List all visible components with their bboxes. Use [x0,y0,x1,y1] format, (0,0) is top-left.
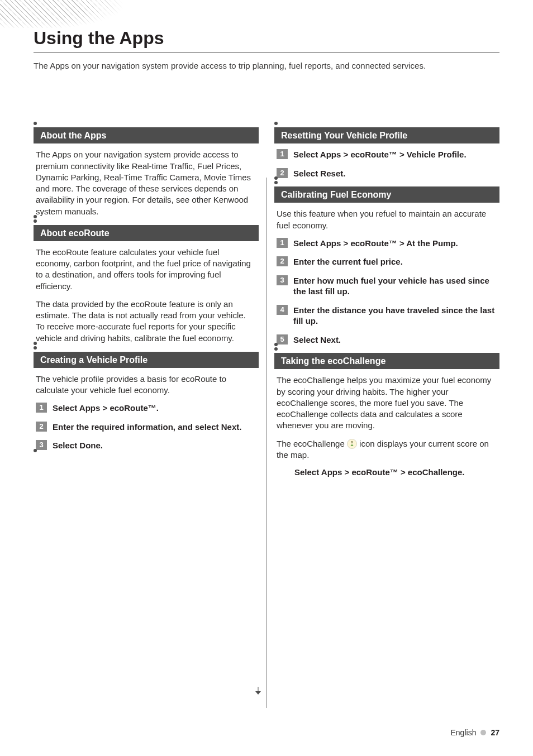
section-heading-about-apps: About the Apps [34,127,259,143]
step-number-badge: 1 [277,238,288,248]
left-column: About the Apps The Apps on your navigati… [34,122,259,485]
step-number-badge: 2 [277,168,288,178]
step-text: Select Apps > ecoRoute™ > At the Pump. [293,238,458,249]
section-heading-create-profile: Creating a Vehicle Profile [34,352,259,368]
step-text: Select Reset. [293,168,345,179]
right-column: Resetting Your Vehicle Profile 1 Select … [274,122,499,485]
section-end-dot [34,449,37,452]
section-calibrate: Calibrating Fuel Economy Use this featur… [274,186,499,345]
steps-list: 1 Select Apps > ecoRoute™ > Vehicle Prof… [274,149,499,179]
step-text: Enter the current fuel price. [293,256,403,267]
step-number-badge: 2 [36,422,47,432]
steps-list: 1 Select Apps > ecoRoute™ > At the Pump.… [274,238,499,346]
step-item: 2 Enter the current fuel price. [277,256,497,267]
icon-para-before: The ecoChallenge [277,439,347,448]
step-text: Select Apps > ecoRoute™ > Vehicle Profil… [293,149,467,160]
section-heading-about-ecoroute: About ecoRoute [34,225,259,241]
title-row: Using the Apps [34,28,499,52]
para: The Apps on your navigation system provi… [34,149,259,217]
section-end-dot [274,343,278,346]
step-text: Enter how much fuel your vehicle has use… [293,275,497,297]
step-number-badge: 1 [277,149,288,159]
page-intro: The Apps on your navigation system provi… [34,60,499,71]
section-about-ecoroute: About ecoRoute The ecoRoute feature calc… [34,225,259,344]
step-text: Enter the distance you have traveled sin… [293,305,497,327]
step-text: Enter the required information, and sele… [53,422,241,433]
section-heading-ecochallenge: Taking the ecoChallenge [274,353,499,369]
step-item: 2 Select Reset. [277,168,497,179]
svg-marker-3 [255,691,261,695]
page-title: Using the Apps [34,28,164,49]
section-create-profile: Creating a Vehicle Profile The vehicle p… [34,352,259,451]
step-item: 1 Select Apps > ecoRoute™ > At the Pump. [277,238,497,249]
para: The ecoChallenge helps you maximize your… [274,375,499,431]
section-heading-calibrate: Calibrating Fuel Economy [274,186,499,203]
section-ecochallenge: Taking the ecoChallenge The ecoChallenge… [274,353,499,477]
step-item: 1 Select Apps > ecoRoute™. [36,403,256,414]
footer-bullet-icon [480,730,486,735]
step-number-badge: 5 [277,334,288,344]
page-footer: English 27 [451,728,500,737]
column-divider [266,178,267,708]
step-number-badge: 3 [277,275,288,285]
step-number-badge: 2 [277,256,288,266]
step-item: 5 Select Next. [277,334,497,346]
section-reset-profile: Resetting Your Vehicle Profile 1 Select … [274,127,499,179]
para: The data provided by the ecoRoute featur… [34,299,259,344]
steps-list: 1 Select Apps > ecoRoute™. 2 Enter the r… [34,403,259,451]
step-number-badge: 1 [36,403,47,413]
section-end-dot [274,176,278,180]
para: The vehicle profile provides a basis for… [34,374,259,396]
para: The ecoRoute feature calculates your veh… [34,247,259,292]
footer-language: English [451,728,477,737]
section-heading-reset-profile: Resetting Your Vehicle Profile [274,127,499,143]
step-item: 3 Select Done. [36,440,256,451]
step-text: Select Next. [293,334,341,346]
continuation-arrow-icon [254,687,262,695]
step-item: 1 Select Apps > ecoRoute™ > Vehicle Prof… [277,149,497,160]
step-item: 3 Enter how much fuel your vehicle has u… [277,275,497,297]
step-number-badge: 3 [36,440,47,450]
leaf-icon: 0 [347,439,357,449]
step-text: Select Apps > ecoRoute™. [53,403,159,414]
single-action: Select Apps > ecoRoute™ > ecoChallenge. [274,467,499,477]
section-end-dot [34,215,37,218]
step-number-badge: 4 [277,305,288,315]
para: Use this feature when you refuel to main… [274,208,499,231]
decorative-hatch [0,0,190,28]
step-item: 2 Enter the required information, and se… [36,422,256,433]
section-end-dot [34,342,37,345]
step-text: Select Done. [53,440,103,451]
para-with-icon: The ecoChallenge 0 icon displays your cu… [274,438,499,461]
footer-page-number: 27 [491,728,499,737]
section-about-apps: About the Apps The Apps on your navigati… [34,127,259,217]
step-item: 4 Enter the distance you have traveled s… [277,305,497,327]
two-column-layout: About the Apps The Apps on your navigati… [34,122,499,485]
